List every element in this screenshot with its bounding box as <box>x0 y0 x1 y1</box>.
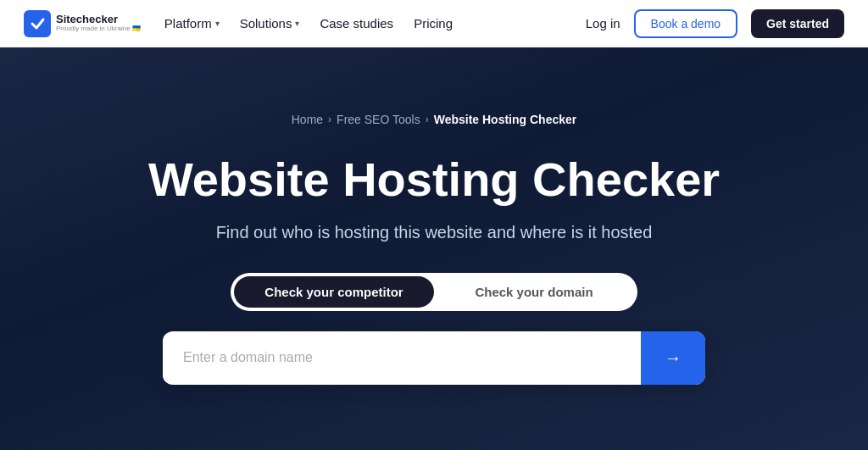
toggle-container: Check your competitor Check your domain <box>231 273 637 311</box>
breadcrumb-current: Website Hosting Checker <box>434 113 577 126</box>
search-container: → <box>163 331 705 385</box>
chevron-down-icon: ▾ <box>215 19 220 28</box>
breadcrumb: Home › Free SEO Tools › Website Hosting … <box>292 113 576 126</box>
nav-links: Platform ▾ Solutions ▾ Case studies Pric… <box>164 16 453 31</box>
navbar: Sitechecker Proudly made in Ukraine 🇺🇦 P… <box>0 0 868 47</box>
toggle-domain-button[interactable]: Check your domain <box>434 276 634 308</box>
breadcrumb-sep1: › <box>328 114 331 125</box>
nav-case-studies[interactable]: Case studies <box>320 16 393 31</box>
navbar-left: Sitechecker Proudly made in Ukraine 🇺🇦 P… <box>24 10 453 37</box>
navbar-right: Log in Book a demo Get started <box>586 9 844 38</box>
breadcrumb-sep2: › <box>426 114 429 125</box>
breadcrumb-tools: Free SEO Tools <box>337 113 420 126</box>
search-input[interactable] <box>163 333 641 382</box>
logo[interactable]: Sitechecker Proudly made in Ukraine 🇺🇦 <box>24 10 141 37</box>
nav-solutions[interactable]: Solutions ▾ <box>240 16 300 31</box>
nav-platform-label: Platform <box>164 16 212 31</box>
logo-icon <box>24 10 51 37</box>
arrow-right-icon: → <box>665 348 682 368</box>
svg-rect-0 <box>24 10 51 37</box>
nav-pricing-label: Pricing <box>414 16 453 31</box>
chevron-down-icon: ▾ <box>295 19 299 28</box>
hero-section: Home › Free SEO Tools › Website Hosting … <box>0 47 868 450</box>
logo-text-wrapper: Sitechecker Proudly made in Ukraine 🇺🇦 <box>56 14 141 33</box>
nav-pricing[interactable]: Pricing <box>414 16 453 31</box>
logo-subtitle: Proudly made in Ukraine 🇺🇦 <box>56 25 141 33</box>
book-demo-button[interactable]: Book a demo <box>634 9 738 38</box>
nav-platform[interactable]: Platform ▾ <box>164 16 220 31</box>
toggle-competitor-button[interactable]: Check your competitor <box>234 276 434 308</box>
hero-subtitle: Find out who is hosting this website and… <box>216 223 653 242</box>
nav-case-studies-label: Case studies <box>320 16 393 31</box>
nav-solutions-label: Solutions <box>240 16 292 31</box>
search-button[interactable]: → <box>641 331 705 385</box>
login-button[interactable]: Log in <box>586 16 620 31</box>
page-title: Website Hosting Checker <box>148 153 720 206</box>
breadcrumb-home: Home <box>292 113 323 126</box>
get-started-button[interactable]: Get started <box>751 9 844 38</box>
